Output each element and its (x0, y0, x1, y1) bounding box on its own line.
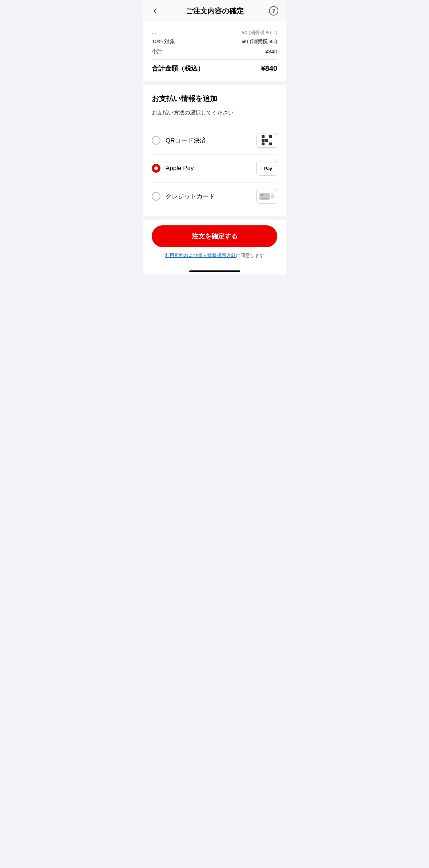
terms-text: 利用規約および個人情報保護方針に同意します (152, 252, 277, 259)
payment-section-subtitle: お支払い方法の選択してください (152, 109, 277, 116)
credit-card-icon (259, 193, 274, 200)
radio-qr[interactable] (152, 136, 160, 145)
svg-text:?: ? (272, 8, 275, 14)
confirm-section: 注文を確定する 利用規約および個人情報保護方針に同意します (143, 220, 286, 267)
total-label: 合計金額（税込） (152, 64, 204, 73)
qr-icon-box (256, 133, 277, 148)
truncated-value: ¥0 (消費税 ¥0…) (242, 29, 277, 36)
qr-icon (262, 135, 272, 145)
page-title: ご注文内容の確定 (186, 6, 244, 16)
home-bar (189, 270, 240, 272)
payment-option-credit-left: クレジットカード (152, 192, 215, 201)
payment-option-qr[interactable]: QRコード決済 (152, 126, 277, 154)
credit-icon-box (256, 189, 277, 204)
apple-pay-label: Apple Pay (166, 165, 194, 172)
tax-row: 10% 対象 ¥0 (消費税 ¥0) (152, 38, 277, 45)
truncated-label: … (152, 29, 156, 36)
apple-pay-icon-box:  Pay (256, 161, 277, 176)
home-indicator (143, 267, 286, 274)
payment-option-apple-pay[interactable]: Apple Pay  Pay (152, 154, 277, 182)
subtotal-label: 小計 (152, 48, 163, 55)
payment-option-credit[interactable]: クレジットカード (152, 182, 277, 210)
help-button[interactable]: ? (268, 5, 279, 17)
order-summary-card: … ¥0 (消費税 ¥0…) 10% 対象 ¥0 (消費税 ¥0) 小計 ¥84… (143, 22, 286, 81)
header: ご注文内容の確定 ? (143, 0, 286, 22)
payment-option-apple-pay-left: Apple Pay (152, 164, 194, 173)
terms-suffix: に同意します (236, 253, 264, 258)
back-button[interactable] (150, 5, 161, 17)
tax-label: 10% 対象 (152, 38, 175, 45)
payment-section: お支払い情報を追加 お支払い方法の選択してください QRコード決済 A (143, 85, 286, 216)
confirm-button[interactable]: 注文を確定する (152, 225, 277, 247)
radio-credit[interactable] (152, 192, 160, 201)
credit-label: クレジットカード (166, 192, 215, 201)
tax-value: ¥0 (消費税 ¥0) (242, 38, 277, 45)
summary-divider (152, 59, 277, 60)
payment-section-title: お支払い情報を追加 (152, 94, 277, 104)
apple-pay-icon:  Pay (262, 166, 272, 171)
terms-link[interactable]: 利用規約および個人情報保護方針 (165, 253, 236, 258)
top-truncated-row: … ¥0 (消費税 ¥0…) (152, 29, 277, 36)
qr-payment-label: QRコード決済 (166, 136, 206, 145)
payment-option-qr-left: QRコード決済 (152, 136, 206, 145)
radio-apple-pay[interactable] (152, 164, 160, 173)
subtotal-row: 小計 ¥840 (152, 48, 277, 55)
total-value: ¥840 (261, 64, 278, 73)
total-row: 合計金額（税込） ¥840 (152, 64, 277, 73)
subtotal-value: ¥840 (265, 48, 277, 55)
